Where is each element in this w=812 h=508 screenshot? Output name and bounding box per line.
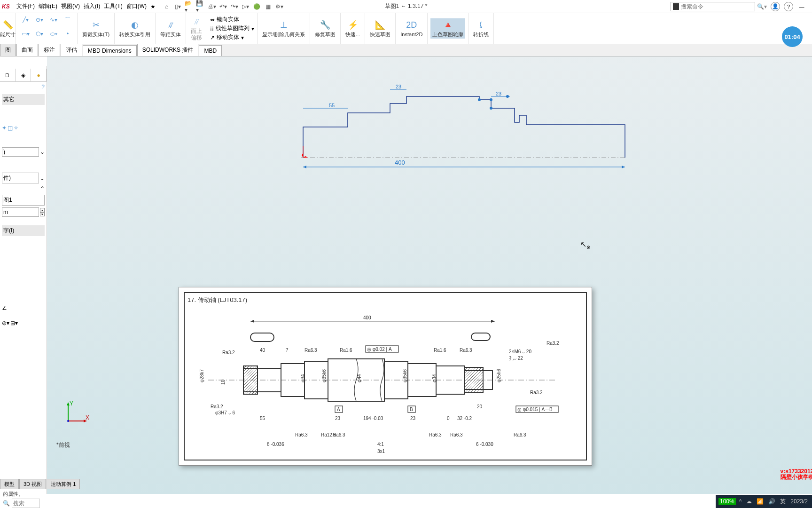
svg-point-3 bbox=[490, 107, 492, 110]
home-icon[interactable]: ⌂ bbox=[162, 2, 172, 11]
svg-text:Ra3.2: Ra3.2 bbox=[547, 341, 559, 346]
break-line-button[interactable]: ⤹转折线 bbox=[471, 18, 491, 38]
tray-wifi-icon[interactable]: 📶 bbox=[755, 498, 765, 505]
diam-icon[interactable]: ⊘▾ bbox=[2, 320, 9, 326]
smart-dim-button[interactable]: 📏 能尺寸 bbox=[0, 18, 17, 38]
print-icon[interactable]: 🖨▾ bbox=[207, 2, 217, 11]
user-icon[interactable]: 👤 bbox=[771, 2, 780, 11]
sketch-field[interactable]: 图1 bbox=[2, 195, 45, 206]
panel-help-icon[interactable]: ? bbox=[41, 84, 45, 90]
minimize-icon[interactable]: — bbox=[797, 2, 806, 11]
fm-tab-icon[interactable]: 🗋 bbox=[0, 69, 16, 81]
svg-text:φ34: φ34 bbox=[432, 374, 437, 382]
surface-offset-button[interactable]: ⫽面上偏移 bbox=[189, 15, 204, 41]
zoom-indicator[interactable]: 100% bbox=[718, 498, 736, 505]
reference-drawing: 17. 传动轴 (LJT03.17) 400 bbox=[179, 287, 592, 466]
shade-sketch-button[interactable]: 🔺上色草图轮廓 bbox=[430, 18, 465, 38]
save-icon[interactable]: 💾▾ bbox=[196, 2, 205, 11]
surf-icon: ⫽ bbox=[191, 16, 202, 27]
pattern-button[interactable]: ⁞⁞线性草图阵列▾ bbox=[210, 24, 254, 32]
mirror-button[interactable]: ⇔镜向实体 bbox=[210, 16, 239, 24]
tab-plugin[interactable]: SOLIDWORKS 插件 bbox=[137, 44, 199, 56]
tab-annotation[interactable]: 标注 bbox=[39, 44, 60, 56]
redo-icon[interactable]: ↷▾ bbox=[230, 2, 239, 11]
cube-icon[interactable]: ◫ bbox=[8, 125, 13, 131]
tab-mbd-dim[interactable]: MBD Dimensions bbox=[83, 45, 137, 56]
svg-text:◎ φ0.02 | A: ◎ φ0.02 | A bbox=[367, 347, 392, 352]
tab-evaluate[interactable]: 评估 bbox=[61, 44, 82, 56]
coord-triad[interactable]: Y X bbox=[61, 400, 89, 428]
trim-button[interactable]: ✂剪裁实体(T) bbox=[80, 18, 111, 38]
tray-up-icon[interactable]: ^ bbox=[738, 498, 743, 505]
offset-button[interactable]: ⫽等距实体 bbox=[158, 18, 183, 38]
name-text-field[interactable] bbox=[2, 237, 45, 261]
config-tab-icon[interactable]: ◈ bbox=[16, 69, 31, 81]
step-up-icon[interactable]: ▴ bbox=[40, 208, 45, 212]
quick-sketch-button[interactable]: 📐快速草图 bbox=[368, 18, 392, 38]
field-2[interactable]: 件) bbox=[2, 173, 39, 183]
tab-model[interactable]: 模型 bbox=[0, 479, 19, 489]
tab-surface[interactable]: 曲面 bbox=[16, 44, 38, 56]
quick2-icon: 📐 bbox=[375, 19, 386, 31]
angle-icon[interactable]: ∠ bbox=[2, 305, 7, 311]
blank-field-1[interactable] bbox=[2, 289, 45, 298]
tab-sketch[interactable]: 图 bbox=[0, 44, 16, 56]
command-search-input[interactable] bbox=[681, 3, 753, 10]
tab-mbd[interactable]: MBD bbox=[199, 45, 222, 56]
menu-tools[interactable]: 工具(T) bbox=[104, 2, 122, 10]
dropdown-icon[interactable]: ⌄ bbox=[40, 149, 45, 155]
star-icon[interactable]: ✦ bbox=[2, 125, 7, 131]
open-icon[interactable]: 📂▾ bbox=[185, 2, 194, 11]
svg-text:10: 10 bbox=[220, 379, 226, 385]
point-icon[interactable]: • bbox=[61, 31, 74, 37]
repair-button[interactable]: 🔧修复草图 bbox=[313, 18, 337, 38]
options-icon[interactable]: ▦ bbox=[264, 2, 273, 11]
menu-edit[interactable]: 编辑(E) bbox=[39, 2, 57, 10]
footer-search-input[interactable] bbox=[12, 499, 40, 508]
svg-text:6 -0.030: 6 -0.030 bbox=[476, 442, 493, 447]
quick-button[interactable]: ⚡快速... bbox=[344, 18, 362, 38]
slot-icon[interactable]: ⊟▾ bbox=[10, 320, 18, 326]
ellipse-icon[interactable]: ⬭▾ bbox=[47, 31, 60, 37]
step-down-icon[interactable]: ▾ bbox=[40, 212, 45, 216]
appearance-tab-icon[interactable]: ● bbox=[31, 69, 47, 81]
menu-star[interactable]: ★ bbox=[150, 3, 156, 10]
move-button[interactable]: ↗移动实体▾ bbox=[210, 33, 244, 41]
tray-time[interactable]: 2023/2 bbox=[789, 498, 809, 505]
star2-icon[interactable]: ✧ bbox=[14, 125, 18, 131]
gear-icon[interactable]: ⚙▾ bbox=[275, 2, 284, 11]
rebuild-icon[interactable]: 🟢 bbox=[252, 2, 262, 11]
svg-text:Ra3.2: Ra3.2 bbox=[530, 390, 543, 395]
tray-sound-icon[interactable]: 🔊 bbox=[767, 498, 777, 505]
svg-text:φ25h6: φ25h6 bbox=[496, 369, 501, 382]
menu-window[interactable]: 窗口(W) bbox=[126, 2, 147, 10]
convert-button[interactable]: ◐转换实体引用 bbox=[117, 18, 152, 38]
m-field[interactable]: m bbox=[2, 207, 39, 217]
chevron-up-icon[interactable]: ⌃ bbox=[40, 185, 45, 192]
rect-icon[interactable]: ▭▾ bbox=[19, 31, 32, 37]
menu-view[interactable]: 视图(V) bbox=[61, 2, 80, 10]
display-relations-button[interactable]: ⊥显示/删除几何关系 bbox=[260, 18, 307, 38]
tray-ime[interactable]: 英 bbox=[779, 498, 787, 506]
svg-text:Y: Y bbox=[70, 400, 73, 407]
arc-icon[interactable]: ⌒ bbox=[61, 16, 74, 24]
field-1[interactable]: ) bbox=[2, 147, 39, 157]
search-dropdown-icon[interactable]: 🔍▾ bbox=[757, 3, 767, 10]
help-icon[interactable]: ? bbox=[784, 2, 793, 11]
command-search[interactable] bbox=[671, 2, 755, 11]
tab-3dview[interactable]: 3D 视图 bbox=[19, 479, 46, 489]
line-icon[interactable]: ╱▾ bbox=[19, 16, 32, 23]
graphics-canvas[interactable]: 23 23 55 400 17. 传动轴 (LJT03.17) 400 bbox=[47, 56, 812, 494]
circle-icon[interactable]: ⊙▾ bbox=[33, 16, 46, 23]
tray-cloud-icon[interactable]: ☁ bbox=[745, 498, 753, 505]
select-icon[interactable]: ▷▾ bbox=[241, 2, 250, 11]
undo-icon[interactable]: ↶▾ bbox=[219, 2, 228, 11]
instant2d-button[interactable]: 2DInstant2D bbox=[398, 18, 424, 38]
dropdown-icon[interactable]: ⌄ bbox=[40, 175, 45, 182]
polygon-icon[interactable]: ⬡▾ bbox=[33, 31, 46, 37]
menu-insert[interactable]: 插入(I) bbox=[84, 2, 100, 10]
tab-motion[interactable]: 运动算例 1 bbox=[47, 479, 80, 489]
menu-file[interactable]: 文件(F) bbox=[16, 2, 35, 10]
new-icon[interactable]: ▯▾ bbox=[173, 2, 183, 11]
spline-icon[interactable]: ∿▾ bbox=[47, 16, 60, 23]
